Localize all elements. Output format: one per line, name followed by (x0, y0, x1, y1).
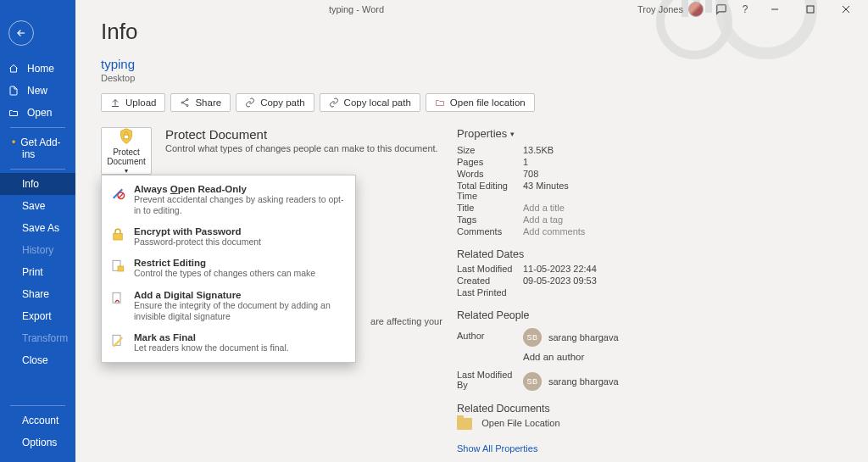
signature-icon (110, 291, 125, 306)
prop-last-modified: 11-05-2023 22:44 (523, 264, 597, 274)
copy-path-button[interactable]: Copy path (236, 93, 314, 112)
sidebar-options[interactable]: Options (0, 431, 75, 454)
restrict-icon (110, 259, 125, 274)
chevron-down-icon: ▾ (125, 167, 128, 175)
sidebar-home[interactable]: Home (0, 58, 75, 80)
prop-words: 708 (523, 169, 538, 179)
menu-restrict-editing[interactable]: Restrict EditingControl the types of cha… (102, 253, 355, 284)
readonly-icon (110, 185, 125, 200)
link-icon (329, 97, 339, 108)
properties-panel: Properties ▾ Size13.5KB Pages1 Words708 … (457, 127, 711, 454)
back-button[interactable] (8, 20, 34, 46)
sidebar-label: Home (27, 63, 54, 75)
menu-encrypt-password[interactable]: Encrypt with PasswordPassword-protect th… (102, 221, 355, 253)
sidebar-account[interactable]: Account (0, 409, 75, 431)
sidebar-label: Open (27, 107, 52, 119)
upload-icon (110, 97, 120, 108)
open-file-location-link[interactable]: Open File Location (457, 418, 711, 430)
svg-point-5 (181, 102, 183, 103)
svg-rect-7 (124, 135, 129, 139)
menu-digital-signature[interactable]: Add a Digital SignatureEnsure the integr… (102, 285, 355, 327)
prop-created: 09-05-2023 09:53 (523, 276, 597, 286)
sidebar-get-addins[interactable]: Get Add-ins (0, 131, 75, 165)
prop-editing-time: 43 Minutes (523, 181, 569, 201)
sidebar-label: New (27, 85, 47, 97)
lock-key-icon (110, 227, 125, 242)
sidebar-history: History (0, 239, 75, 261)
show-all-properties-link[interactable]: Show All Properties (457, 443, 711, 454)
svg-rect-10 (114, 234, 123, 241)
prop-tags-input[interactable]: Add a tag (523, 214, 563, 225)
chevron-down-icon: ▾ (510, 130, 515, 138)
share-icon (180, 97, 190, 108)
add-author-link[interactable]: Add an author (523, 352, 711, 362)
sidebar-transform: Transform (0, 327, 75, 349)
lock-shield-icon (117, 127, 136, 146)
protect-desc: Control what types of changes people can… (165, 143, 438, 153)
final-icon (110, 333, 125, 348)
open-icon (8, 108, 20, 118)
svg-point-4 (186, 99, 188, 101)
sidebar-save[interactable]: Save (0, 195, 75, 217)
related-documents-heading: Related Documents (457, 403, 711, 415)
prop-title-input[interactable]: Add a title (523, 203, 565, 213)
protect-document-menu: Always Open Read-OnlyPrevent accidental … (101, 175, 356, 363)
folder-icon (457, 418, 472, 430)
related-dates-heading: Related Dates (457, 248, 711, 260)
document-location: Desktop (101, 73, 868, 83)
page-title: Info (101, 19, 868, 45)
sidebar-share[interactable]: Share (0, 283, 75, 305)
menu-always-open-readonly[interactable]: Always Open Read-OnlyPrevent accidental … (102, 179, 355, 221)
new-icon (8, 86, 20, 96)
last-modified-by-person[interactable]: SB sarang bhargava (523, 372, 619, 391)
sidebar-info[interactable]: Info (0, 173, 75, 195)
sidebar-open[interactable]: Open (0, 102, 75, 124)
avatar-icon: SB (523, 372, 542, 391)
sidebar-save-as[interactable]: Save As (0, 217, 75, 239)
backstage-sidebar: Home New Open Get Add-ins Info Save Save… (0, 0, 75, 462)
protect-heading: Protect Document (165, 127, 438, 142)
prop-size: 13.5KB (523, 145, 554, 155)
protect-document-button[interactable]: Protect Document ▾ (101, 127, 152, 175)
sidebar-new[interactable]: New (0, 80, 75, 102)
properties-dropdown[interactable]: Properties ▾ (457, 127, 711, 140)
sidebar-print[interactable]: Print (0, 261, 75, 283)
sidebar-export[interactable]: Export (0, 305, 75, 327)
document-name: typing (101, 57, 868, 71)
author-person[interactable]: SB sarang bhargava (523, 328, 619, 347)
related-people-heading: Related People (457, 309, 711, 321)
upload-button[interactable]: Upload (101, 93, 165, 112)
avatar-icon: SB (523, 328, 542, 347)
home-icon (8, 64, 20, 74)
menu-mark-as-final[interactable]: Mark as FinalLet readers know the docume… (102, 327, 355, 359)
prop-pages: 1 (523, 157, 528, 167)
sidebar-close[interactable]: Close (0, 349, 75, 371)
svg-rect-12 (118, 266, 124, 271)
open-file-location-button[interactable]: Open file location (426, 93, 535, 112)
link-icon (245, 97, 255, 108)
backstage-main: Info typing Desktop Upload Share Copy pa… (75, 0, 868, 462)
folder-icon (435, 97, 445, 108)
share-button[interactable]: Share (170, 93, 231, 112)
prop-comments-input[interactable]: Add comments (523, 226, 585, 237)
protect-document-section: Protect Document ▾ Always Open Read-Only… (101, 127, 448, 175)
svg-point-6 (186, 105, 188, 107)
copy-local-path-button[interactable]: Copy local path (320, 93, 420, 112)
